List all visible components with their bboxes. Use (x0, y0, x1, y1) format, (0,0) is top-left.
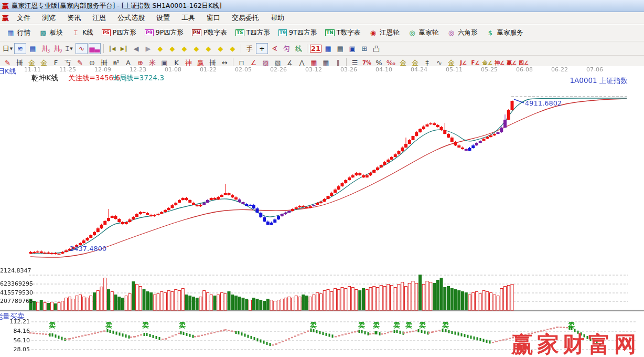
app-window: 赢 赢家江恩专业版[赢家内部服务平台] - [上证指数 SH1A0001-162… (0, 0, 644, 70)
row1-tool-icon-17[interactable]: ◆ (191, 44, 202, 54)
menu-item-1[interactable]: 文件 (11, 12, 36, 24)
row1-tool-icon-23[interactable]: + (256, 43, 268, 54)
date-tick: 05-25 (480, 67, 499, 74)
toolbar-button-9P四方形[interactable]: P99P四方形 (141, 27, 188, 38)
row1-tool-icon-6[interactable]: ⌶▼ (63, 44, 74, 54)
toolbar-button-label: 9T四方形 (289, 28, 317, 37)
9T四方形-icon: T9 (278, 29, 287, 36)
row1-tool-icon-13[interactable]: ▶ (143, 44, 154, 54)
volume-axis-label: 207789765 (0, 298, 30, 305)
menu-item-4[interactable]: 江恩 (87, 12, 112, 24)
volume-axis-label: 623369295 (0, 281, 30, 288)
sell-signal-marker: 卖 (419, 322, 426, 330)
toolbar-button-label: 江恩轮 (380, 28, 400, 37)
toolbar-button-label: K线 (82, 28, 93, 37)
江恩轮-icon: ◉ (369, 29, 378, 37)
date-tick: 11-11 (23, 67, 42, 74)
toolbar-button-P四方形[interactable]: PSP四方形 (98, 27, 141, 38)
toolbar-button-T四方形[interactable]: TST四方形 (231, 27, 274, 38)
date-tick: 02-26 (269, 67, 288, 74)
row1-tool-sub: 9 (59, 49, 62, 54)
toolbar-button-板块[interactable]: ▩板块 (35, 27, 67, 38)
toolbar-button-label: 板块 (50, 28, 63, 37)
kline-type-label: 乾坤K线 (31, 74, 58, 82)
date-tick: 07-06 (585, 67, 604, 74)
exit-line-label: 出局线=3724.3 (112, 74, 164, 82)
row1-tool-icon-2[interactable]: ≋ (14, 43, 26, 54)
row1-tool-icon-10[interactable]: ┃◀ (106, 44, 117, 54)
row1-tool-icon-14[interactable]: ◆ (155, 44, 166, 54)
menu-item-3[interactable]: 资讯 (61, 12, 87, 24)
row1-tool-icon-11[interactable]: ▶┃ (119, 44, 130, 54)
row1-tool-icon-30[interactable]: ▤ (335, 44, 346, 54)
row1-tool-icon-32[interactable]: ⊞ (359, 44, 370, 54)
date-tick: 02-05 (234, 67, 253, 74)
volume-axis-label: 415579530 (0, 290, 30, 297)
main-toolbar: ▦行情▩板块⌶K线PSP四方形P99P四方形PNP数字表TST四方形T99T四方… (0, 24, 644, 41)
row1-tool-icon-22[interactable]: 手 (244, 44, 255, 54)
date-tick: 12-23 (128, 67, 147, 74)
row1-separator (307, 44, 307, 53)
menu-item-2[interactable]: 浏览 (36, 12, 61, 24)
toolbar-button-T数字表[interactable]: TNT数字表 (321, 27, 364, 38)
row1-tool-icon-3[interactable]: ▤ (27, 44, 38, 54)
sell-signal-marker: 卖 (310, 322, 317, 330)
row1-tool-icon-29[interactable]: ▦ (323, 44, 334, 54)
menu-item-7[interactable]: 工具 (176, 12, 201, 24)
sell-signal-marker: 卖 (142, 322, 149, 330)
sell-signal-marker: 卖 (358, 322, 365, 330)
menu-item-8[interactable]: 窗口 (201, 12, 226, 24)
toolbar-button-K线[interactable]: ⌶K线 (67, 27, 98, 38)
indicator-axis-label: 84.16 (0, 328, 30, 335)
toolbar-button-label: P数字表 (203, 28, 227, 37)
app-logo-icon: 赢 (2, 3, 9, 9)
toolbar-button-赢家服务[interactable]: $赢家服务 (481, 27, 527, 38)
row1-tool-icon-33[interactable]: 凸 (371, 44, 382, 54)
row1-tool-icon-12[interactable]: ◀ (131, 44, 142, 54)
date-tick: 03-26 (339, 67, 358, 74)
sell-signal-marker: 卖 (568, 322, 575, 330)
row1-tool-icon-18[interactable]: ◆ (203, 44, 214, 54)
date-tick: 05-11 (445, 67, 464, 74)
row1-tool-icon-4[interactable]: 卅3 (39, 44, 50, 54)
row1-tool-icon-8[interactable]: ▅▃ (89, 43, 101, 54)
menu-item-6[interactable]: 设置 (151, 12, 176, 24)
toolbar-button-label: 赢家服务 (497, 28, 523, 37)
row1-tool-icon-20[interactable]: ◆ (227, 44, 238, 54)
toolbar-button-行情[interactable]: ▦行情 (2, 27, 35, 38)
toolbar-button-六角形[interactable]: ◎六角形 (443, 27, 482, 38)
menu-item-9[interactable]: 交易委托 (226, 12, 265, 24)
row1-tool-icon-7[interactable]: ∿ (76, 43, 88, 54)
row1-tool-icon-25[interactable]: 匀 (281, 44, 292, 54)
date-tick: 06-08 (515, 67, 534, 74)
title-bar[interactable]: 赢 赢家江恩专业版[赢家内部服务平台] - [上证指数 SH1A0001-162… (0, 0, 644, 12)
menu-bar: 赢 文件浏览资讯江恩公式选股设置工具窗口交易委托帮助 (0, 12, 644, 24)
row1-tool-icon-1[interactable]: 日▼ (2, 44, 13, 54)
date-tick: 06-22 (550, 67, 569, 74)
icon-toolbar-row1: 日▼≋▤卅3卅9⌶▼∿▅▃┃◀▶┃◀▶◆◆◆◆◆◆◆手+∢匀线21▦▤▣⊞凸 (0, 41, 644, 56)
sell-signal-marker: 卖 (373, 322, 380, 330)
menu-item-10[interactable]: 帮助 (265, 12, 290, 24)
toolbar-button-江恩轮[interactable]: ◉江恩轮 (364, 27, 404, 38)
date-tick: 11-25 (58, 67, 77, 74)
row1-tool-icon-5[interactable]: 卅9 (51, 44, 62, 54)
sell-signal-marker: 卖 (405, 322, 412, 330)
toolbar-button-label: 六角形 (458, 28, 478, 37)
row1-tool-icon-19[interactable]: ◆ (215, 44, 226, 54)
row1-tool-icon-16[interactable]: ◆ (179, 44, 190, 54)
toolbar-button-9T四方形[interactable]: T99T四方形 (274, 27, 321, 38)
toolbar-button-label: 行情 (17, 28, 30, 37)
T数字表-icon: TN (325, 29, 335, 36)
row1-tool-icon-15[interactable]: ◆ (167, 44, 178, 54)
row1-tool-icon-28[interactable]: 21 (310, 45, 321, 52)
kline-chart-canvas[interactable] (0, 66, 644, 357)
row1-tool-icon-26[interactable]: 线 (293, 44, 304, 54)
row1-tool-icon-24[interactable]: ∢ (269, 44, 280, 54)
toolbar-button-赢家轮[interactable]: ◎赢家轮 (403, 27, 443, 38)
toolbar-button-P数字表[interactable]: PNP数字表 (188, 27, 231, 38)
sell-signal-marker: 卖 (442, 322, 449, 330)
赢家轮-icon: ◎ (407, 29, 416, 37)
row1-tool-icon-31[interactable]: ▣ (347, 44, 358, 54)
板块-icon: ▩ (39, 29, 48, 37)
menu-item-5[interactable]: 公式选股 (112, 12, 151, 24)
